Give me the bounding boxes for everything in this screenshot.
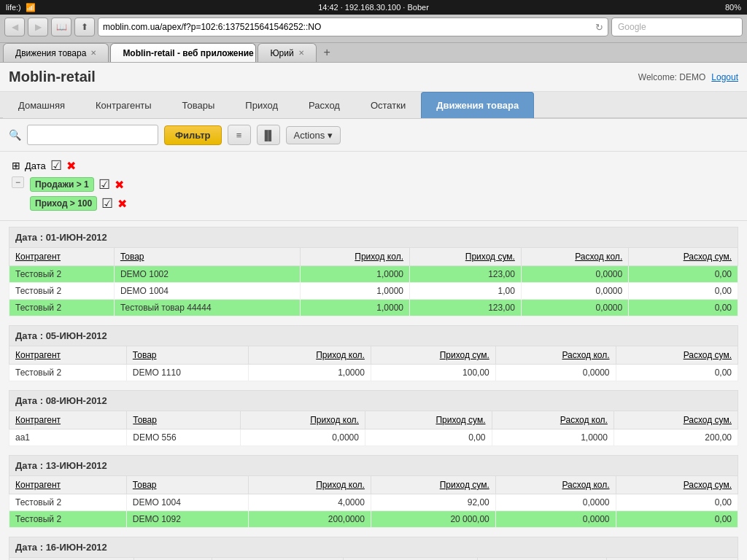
table-row: Тестовый 2DEMO 1092200,000020 000,000,00… [9, 511, 738, 528]
tab-close-0[interactable]: ✕ [90, 49, 96, 57]
search-input[interactable] [27, 125, 158, 145]
filter-button[interactable]: Фильтр [164, 125, 222, 145]
col-prihod_sum[interactable]: Приход сум. [344, 558, 478, 561]
carrier-label: life:) [6, 3, 21, 12]
cell-rashod_kol: 0,0000 [495, 494, 616, 511]
col-prihod_sum[interactable]: Приход сум. [371, 476, 495, 494]
date-header-1: Дата : 05-ИЮН-2012 [9, 325, 738, 346]
col-tovar[interactable]: Товар [133, 558, 212, 561]
col-prihod_sum[interactable]: Приход сум. [371, 346, 495, 365]
date-filter-row: ⊞ Дата ☑ ✖ [12, 158, 735, 174]
cell-tovar: DEMO 1092 [126, 511, 248, 528]
chart-view-button[interactable]: ▐▌ [257, 125, 280, 145]
col-rashod_sum[interactable]: Расход сум. [616, 476, 738, 494]
cell-kontragent: Тестовый 2 [9, 365, 127, 381]
date-filter-delete[interactable]: ✖ [66, 159, 76, 173]
data-table-4: КонтрагентТоварПриход кол.Приход сум.Рас… [9, 557, 738, 560]
wifi-icon: 📶 [26, 3, 36, 12]
cell-kontragent: Тестовый 2 [9, 494, 127, 511]
col-rashod_kol[interactable]: Расход кол. [492, 411, 614, 429]
list-view-button[interactable]: ≡ [228, 125, 251, 145]
app-container: Moblin-retail Welcome: DEMO Logout Домаш… [0, 63, 747, 560]
col-prihod_kol[interactable]: Приход кол. [300, 248, 409, 266]
share-button[interactable]: ⬆ [74, 18, 95, 36]
col-kontragent[interactable]: Контрагент [9, 558, 134, 561]
data-table-3: КонтрагентТоварПриход кол.Приход сум.Рас… [9, 475, 738, 528]
tab-label-2: Юрий [270, 48, 293, 58]
status-bar: life:) 📶 14:42 · 192.168.30.100 · Bober … [0, 0, 747, 15]
col-kontragent[interactable]: Контрагент [9, 411, 127, 429]
search-input[interactable] [611, 18, 743, 36]
nav-rashod[interactable]: Расход [293, 92, 355, 118]
nav-domashnyaya[interactable]: Домашняя [3, 92, 80, 118]
col-rashod_kol[interactable]: Расход кол. [521, 248, 628, 266]
date-header-2: Дата : 08-ИЮН-2012 [9, 390, 738, 411]
table-row: Тестовый 2DEMO 10044,000092,000,00000,00 [9, 494, 738, 511]
col-prihod_sum[interactable]: Приход сум. [365, 411, 492, 429]
col-rashod_sum[interactable]: Расход сум. [629, 248, 738, 266]
app-user-info: Welcome: DEMO Logout [638, 72, 738, 82]
reload-icon[interactable]: ↻ [595, 22, 603, 33]
col-rashod_sum[interactable]: Расход сум. [607, 558, 738, 561]
collapse-button[interactable]: − [12, 176, 24, 188]
col-tovar[interactable]: Товар [127, 411, 241, 429]
toolbar: 🔍 Фильтр ≡ ▐▌ Actions ▾ [0, 119, 747, 152]
date-group-4: Дата : 16-ИЮН-2012КонтрагентТоварПриход … [9, 537, 738, 560]
nav-dvizheniya[interactable]: Движения товара [421, 92, 534, 118]
nav-tovary[interactable]: Товары [167, 92, 231, 118]
cell-rashod_sum: 0,00 [616, 365, 738, 381]
chip-row-0: Продажи > 1 ☑ ✖ [30, 176, 127, 192]
filters-panel: ⊞ Дата ☑ ✖ − Продажи > 1 ☑ ✖ Приход > 10… [0, 152, 747, 221]
col-prihod_kol[interactable]: Приход кол. [241, 411, 365, 429]
col-kontragent[interactable]: Контрагент [9, 248, 115, 266]
tab-2[interactable]: Юрий ✕ [258, 43, 316, 62]
col-rashod_sum[interactable]: Расход сум. [614, 411, 738, 429]
forward-button[interactable]: ▶ [28, 18, 48, 36]
bookmarks-button[interactable]: 📖 [51, 18, 71, 36]
col-rashod_kol[interactable]: Расход кол. [495, 476, 616, 494]
app-title: Moblin-retail [9, 69, 96, 85]
tab-0[interactable]: Движения товара ✕ [3, 43, 109, 62]
chip-check-1[interactable]: ☑ [101, 195, 113, 211]
back-button[interactable]: ◀ [4, 18, 25, 36]
col-tovar[interactable]: Товар [114, 248, 300, 266]
cell-kontragent: Тестовый 2 [9, 266, 115, 283]
col-tovar[interactable]: Товар [126, 346, 248, 365]
cell-tovar: Тестовый товар 44444 [114, 300, 300, 316]
add-tab-button[interactable]: + [318, 43, 336, 62]
col-rashod_sum[interactable]: Расход сум. [616, 346, 738, 365]
tab-close-2[interactable]: ✕ [298, 49, 304, 57]
cell-prihod_kol: 4,0000 [248, 494, 371, 511]
cell-rashod_sum: 0,00 [616, 511, 738, 528]
logout-button[interactable]: Logout [711, 72, 738, 82]
browser-chrome: ◀ ▶ 📖 ⬆ ↻ [0, 15, 747, 43]
col-prihod_sum[interactable]: Приход сум. [410, 248, 522, 266]
col-kontragent[interactable]: Контрагент [9, 346, 127, 365]
tab-1[interactable]: Moblin-retail - веб приложение для "мале… [110, 43, 256, 62]
chip-row-1: Приход > 100 ☑ ✖ [30, 195, 127, 211]
list-icon: ≡ [236, 130, 242, 141]
tab-label-1: Moblin-retail - веб приложение для "мале… [123, 48, 256, 58]
col-rashod_kol[interactable]: Расход кол. [478, 558, 607, 561]
actions-arrow-icon: ▾ [328, 130, 333, 141]
main-content: Дата : 01-ИЮН-2012КонтрагентТоварПриход … [0, 221, 747, 560]
chip-check-0[interactable]: ☑ [98, 176, 110, 192]
address-bar[interactable]: ↻ [98, 18, 608, 36]
nav-prihod[interactable]: Приход [230, 92, 293, 118]
col-prihod_kol[interactable]: Приход кол. [212, 558, 344, 561]
actions-button[interactable]: Actions ▾ [286, 126, 341, 144]
col-tovar[interactable]: Товар [126, 476, 248, 494]
col-prihod_kol[interactable]: Приход кол. [248, 476, 371, 494]
date-filter-check[interactable]: ☑ [50, 158, 62, 174]
search-icon: 🔍 [9, 129, 21, 141]
chip-delete-0[interactable]: ✖ [115, 178, 124, 192]
url-input[interactable] [103, 22, 592, 32]
status-bar-center: 14:42 · 192.168.30.100 · Bober [318, 3, 429, 12]
col-prihod_kol[interactable]: Приход кол. [248, 346, 371, 365]
chip-delete-1[interactable]: ✖ [117, 197, 127, 211]
col-kontragent[interactable]: Контрагент [9, 476, 127, 494]
nav-ostatki[interactable]: Остатки [355, 92, 421, 118]
nav-kontragenty[interactable]: Контрагенты [80, 92, 167, 118]
col-rashod_kol[interactable]: Расход кол. [495, 346, 616, 365]
welcome-text: Welcome: DEMO [638, 72, 705, 82]
